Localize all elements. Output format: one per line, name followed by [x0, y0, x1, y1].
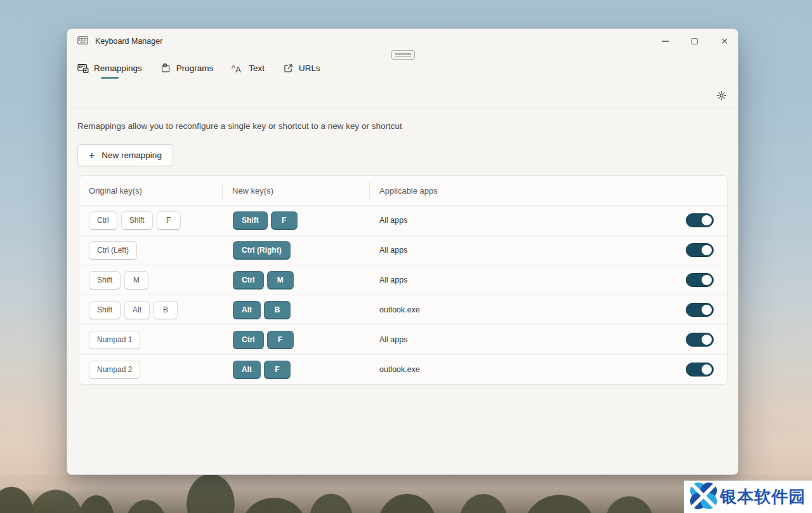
applicable-apps-label: outlook.exe: [379, 365, 420, 374]
tab-programs[interactable]: Programs: [160, 63, 214, 74]
active-tab-underline: [101, 77, 119, 79]
double-a-icon: A A: [232, 63, 244, 74]
keyboard-manager-window: Keyboard Manager ✕ Remappings: [67, 29, 738, 475]
toggle-knob: [702, 305, 712, 315]
toggle-cell: [678, 363, 727, 376]
original-keys-cell: Numpad 1: [79, 331, 223, 349]
tab-text[interactable]: A A Text: [232, 63, 265, 74]
applicable-apps-cell: outlook.exe: [370, 365, 678, 374]
toggle-knob: [702, 335, 712, 345]
page-description: Remappings allow you to reconfigure a si…: [77, 121, 728, 131]
toggle-knob: [702, 364, 712, 375]
remapping-enabled-toggle[interactable]: [686, 333, 714, 347]
table-body: CtrlShiftF ShiftF All apps Ctrl (Left) C…: [79, 205, 727, 384]
original-key-chip: Alt: [124, 301, 150, 319]
table-row: ShiftM CtrlM All apps: [79, 265, 727, 295]
original-key-chip: Numpad 2: [89, 361, 140, 379]
applicable-apps-cell: All apps: [370, 216, 678, 225]
minimize-button[interactable]: [660, 37, 669, 46]
app-window-icon: [160, 63, 171, 74]
applicable-apps-label: All apps: [379, 246, 407, 255]
original-key-chip: Ctrl (Left): [89, 241, 137, 260]
original-key-chip: F: [157, 211, 181, 230]
table-row: CtrlShiftF ShiftF All apps: [79, 205, 727, 235]
watermark-text: 银本软件园: [720, 486, 806, 508]
applicable-apps-label: All apps: [379, 276, 407, 284]
new-key-chip: Alt: [233, 301, 261, 319]
table-row: Numpad 1 CtrlF All apps: [79, 324, 727, 354]
original-keys-cell: Ctrl (Left): [79, 241, 223, 260]
new-keys-cell: AltF: [223, 361, 370, 379]
window-title: Keyboard Manager: [95, 37, 162, 46]
tab-bar: Remappings Programs A A: [67, 57, 738, 79]
original-key-chip: Shift: [89, 301, 121, 319]
close-button[interactable]: ✕: [720, 37, 729, 46]
new-keys-cell: CtrlF: [223, 331, 370, 349]
table-header: Original key(s) New key(s) Applicable ap…: [79, 176, 727, 205]
applicable-apps-label: outlook.exe: [379, 305, 420, 314]
toggle-cell: [678, 333, 727, 347]
svg-text:A: A: [232, 63, 235, 69]
window-controls: ✕: [660, 29, 729, 53]
keyboard-remap-icon: [77, 62, 89, 74]
applicable-apps-cell: All apps: [370, 335, 678, 344]
toggle-cell: [678, 243, 727, 257]
column-header-new-keys: New key(s): [223, 182, 370, 199]
new-keys-cell: CtrlM: [223, 271, 370, 290]
new-key-chip: Shift: [233, 211, 268, 230]
remapping-enabled-toggle[interactable]: [686, 213, 714, 227]
new-key-chip: F: [271, 211, 298, 230]
new-keys-cell: Ctrl (Right): [223, 241, 370, 260]
new-key-chip: Alt: [233, 361, 261, 379]
tab-label: Text: [249, 63, 265, 73]
original-key-chip: Shift: [89, 271, 121, 290]
external-link-icon: [283, 63, 294, 74]
settings-button[interactable]: [715, 90, 728, 103]
column-header-original-keys: Original key(s): [79, 182, 223, 199]
new-remapping-label: New remapping: [102, 150, 162, 160]
applicable-apps-label: All apps: [379, 216, 407, 225]
toggle-knob: [702, 245, 712, 255]
new-remapping-button[interactable]: + New remapping: [77, 144, 173, 166]
remappings-page: Remappings allow you to reconfigure a si…: [67, 109, 738, 385]
watermark-badge: 银本软件园: [684, 481, 812, 513]
original-key-chip: Ctrl: [89, 211, 117, 230]
new-key-chip: Ctrl (Right): [233, 241, 291, 260]
desktop-background: Keyboard Manager ✕ Remappings: [0, 0, 812, 513]
close-icon: ✕: [721, 37, 728, 46]
original-keys-cell: ShiftM: [79, 271, 223, 290]
remapping-enabled-toggle[interactable]: [686, 273, 714, 287]
maximize-icon: [691, 38, 698, 44]
original-key-chip: Numpad 1: [89, 331, 140, 349]
original-keys-cell: ShiftAltB: [79, 301, 223, 319]
original-keys-cell: Numpad 2: [79, 361, 223, 379]
watermark-logo-icon: [690, 482, 717, 512]
new-keys-cell: AltB: [223, 301, 370, 319]
new-keys-cell: ShiftF: [223, 211, 370, 230]
applicable-apps-cell: All apps: [370, 246, 678, 255]
remapping-enabled-toggle[interactable]: [686, 243, 714, 257]
remappings-table: Original key(s) New key(s) Applicable ap…: [79, 175, 728, 385]
table-row: Numpad 2 AltF outlook.exe: [79, 354, 727, 384]
applicable-apps-cell: outlook.exe: [370, 305, 678, 314]
original-key-chip: Shift: [121, 211, 153, 230]
new-key-chip: F: [267, 331, 294, 349]
table-row: ShiftAltB AltB outlook.exe: [79, 295, 727, 324]
toggle-cell: [678, 273, 727, 287]
original-keys-cell: CtrlShiftF: [79, 211, 223, 230]
tab-remappings[interactable]: Remappings: [77, 62, 142, 74]
minimize-icon: [662, 41, 669, 42]
tab-label: URLs: [299, 63, 320, 73]
app-keyboard-icon: [77, 36, 88, 47]
column-header-applicable-apps: Applicable apps: [370, 182, 678, 199]
tab-urls[interactable]: URLs: [283, 63, 320, 74]
new-key-chip: Ctrl: [233, 271, 264, 290]
remapping-enabled-toggle[interactable]: [686, 303, 714, 317]
original-key-chip: B: [154, 301, 178, 319]
remapping-enabled-toggle[interactable]: [686, 363, 714, 376]
table-row: Ctrl (Left) Ctrl (Right) All apps: [79, 235, 727, 265]
column-header-toggle: [678, 182, 727, 199]
maximize-button[interactable]: [690, 37, 699, 46]
new-key-chip: B: [264, 301, 291, 319]
applicable-apps-cell: All apps: [370, 276, 678, 284]
